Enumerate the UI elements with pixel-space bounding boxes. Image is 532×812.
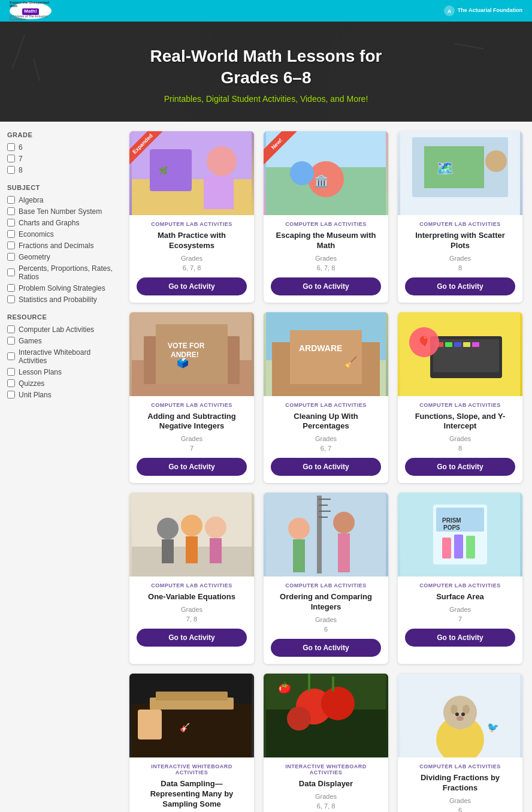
computer-lab-checkbox[interactable] [7,325,15,333]
svg-rect-64 [442,538,451,559]
svg-rect-81 [332,677,334,692]
filter-computer-lab[interactable]: Computer Lab Activities [7,325,113,334]
card-6: 🎈 COMPUTER LAB ACTIVITIES Functions, Slo… [398,312,522,484]
card-2: New! 🏛️ COMPUTER LAB ACTIVITIES Escaping… [264,131,388,303]
card-body: COMPUTER LAB ACTIVITIES Adding and Subtr… [129,396,254,484]
card-grades-label: Grades [137,606,247,613]
card-body: COMPUTER LAB ACTIVITIES Surface Area Gra… [398,576,522,664]
filter-grade-8[interactable]: 8 [7,166,113,174]
interactive-whiteboard-checkbox[interactable] [7,352,15,360]
svg-point-87 [455,713,459,716]
filter-economics[interactable]: Economics [7,230,113,239]
svg-rect-54 [319,517,328,518]
goto-activity-button[interactable]: Go to Activity [137,458,247,476]
card-category: COMPUTER LAB ACTIVITIES [405,402,515,408]
interactive-whiteboard-label: Interactive Whiteboard Activities [19,348,113,365]
statistics-checkbox[interactable] [7,295,15,303]
filter-percents[interactable]: Percents, Proportions, Rates, Ratios [7,264,113,281]
card-body: COMPUTER LAB ACTIVITIES Dividing Fractio… [398,757,522,812]
svg-text:🧹: 🧹 [344,356,358,369]
card-image: 🍅 [264,674,388,757]
computer-lab-label: Computer Lab Activities [19,325,94,334]
goto-activity-button[interactable]: Go to Activity [137,277,247,295]
unit-plans-checkbox[interactable] [7,391,15,399]
filter-grade-6[interactable]: 6 [7,143,113,152]
percents-checkbox[interactable] [7,268,15,276]
card-image [264,493,388,576]
charts-graphs-checkbox[interactable] [7,219,15,227]
svg-point-88 [461,713,465,716]
svg-point-45 [181,515,202,536]
grade-7-checkbox[interactable] [7,155,15,162]
svg-text:🐦: 🐦 [487,722,499,733]
filter-grade-7[interactable]: 7 [7,155,113,163]
card-badge: Expanded [129,131,164,165]
geometry-checkbox[interactable] [7,253,15,261]
lesson-plans-label: Lesson Plans [19,368,62,376]
svg-point-47 [205,517,226,538]
goto-activity-button[interactable]: Go to Activity [271,458,381,476]
card-grades-label: Grades [405,797,515,804]
card-title: Dividing Fractions by Fractions [405,773,515,793]
card-3-illustration: 🗺️ [398,131,522,215]
filter-quizzes[interactable]: Quizzes [7,379,113,388]
goto-activity-button[interactable]: Go to Activity [271,639,381,657]
svg-rect-6 [204,176,234,209]
svg-point-17 [485,150,507,172]
card-7: COMPUTER LAB ACTIVITIES One-Variable Equ… [129,493,254,664]
goto-activity-button[interactable]: Go to Activity [137,629,247,647]
filter-charts-graphs[interactable]: Charts and Graphs [7,219,113,227]
grade-6-checkbox[interactable] [7,143,15,151]
actuarial-label: The Actuarial Foundation [458,7,522,14]
svg-rect-35 [445,342,452,347]
filter-interactive-whiteboard[interactable]: Interactive Whiteboard Activities [7,348,113,365]
goto-activity-button[interactable]: Go to Activity [405,629,515,647]
lesson-plans-checkbox[interactable] [7,368,15,376]
card-10-illustration: 🎸 [129,674,254,757]
filter-fractions-decimals[interactable]: Fractions and Decimals [7,242,113,250]
svg-rect-15 [424,146,484,188]
top-navigation: Expect the Unexpected With Math! A Divis… [0,0,532,22]
filter-games[interactable]: Games [7,337,113,345]
problem-solving-checkbox[interactable] [7,284,15,292]
card-12-illustration: 🐦 [398,674,522,757]
games-checkbox[interactable] [7,337,15,345]
filter-unit-plans[interactable]: Unit Plans [7,391,113,399]
svg-rect-53 [319,511,331,512]
card-title: Adding and Subtracting Negative Integers [137,412,247,432]
svg-text:POPS: POPS [443,524,460,531]
svg-text:🎈: 🎈 [417,336,431,349]
card-body: INTERACTIVE WHITEBOARD ACTIVITIES Data D… [264,757,388,812]
svg-rect-36 [454,342,461,347]
filter-problem-solving[interactable]: Problem Solving Strategies [7,284,113,292]
filter-algebra[interactable]: Algebra [7,196,113,204]
card-5-illustration: ARDWARE 🧹 [264,312,388,396]
percents-label: Percents, Proportions, Rates, Ratios [19,264,113,281]
grade-8-checkbox[interactable] [7,166,15,174]
svg-rect-66 [466,536,475,559]
filter-base-ten[interactable]: Base Ten Number System [7,207,113,216]
filter-geometry[interactable]: Geometry [7,253,113,261]
quizzes-checkbox[interactable] [7,379,15,387]
svg-rect-80 [308,674,310,692]
goto-activity-button[interactable]: Go to Activity [405,458,515,476]
card-3: 🗺️ COMPUTER LAB ACTIVITIES Interpreting … [398,131,522,303]
goto-activity-button[interactable]: Go to Activity [271,277,381,295]
card-grades-label: Grades [137,255,247,262]
filter-lesson-plans[interactable]: Lesson Plans [7,368,113,376]
card-grades-label: Grades [405,435,515,442]
goto-activity-button[interactable]: Go to Activity [405,277,515,295]
filter-statistics[interactable]: Statistics and Probability [7,295,113,304]
economics-checkbox[interactable] [7,230,15,238]
algebra-checkbox[interactable] [7,196,15,204]
fractions-decimals-checkbox[interactable] [7,242,15,249]
site-logo[interactable]: Expect the Unexpected With Math! A Divis… [10,2,52,19]
card-body: COMPUTER LAB ACTIVITIES Ordering and Com… [264,576,388,664]
card-grades-value: 6 [405,807,515,812]
math-brand: Math! [22,8,38,15]
card-image: New! 🏛️ [264,131,388,215]
card-12: 🐦 COMPUTER LAB ACTIVITIES Dividing Fract… [398,674,522,812]
card-category: COMPUTER LAB ACTIVITIES [271,221,381,227]
card-title: Interpreting with Scatter Plots [405,231,515,251]
base-ten-checkbox[interactable] [7,207,15,215]
